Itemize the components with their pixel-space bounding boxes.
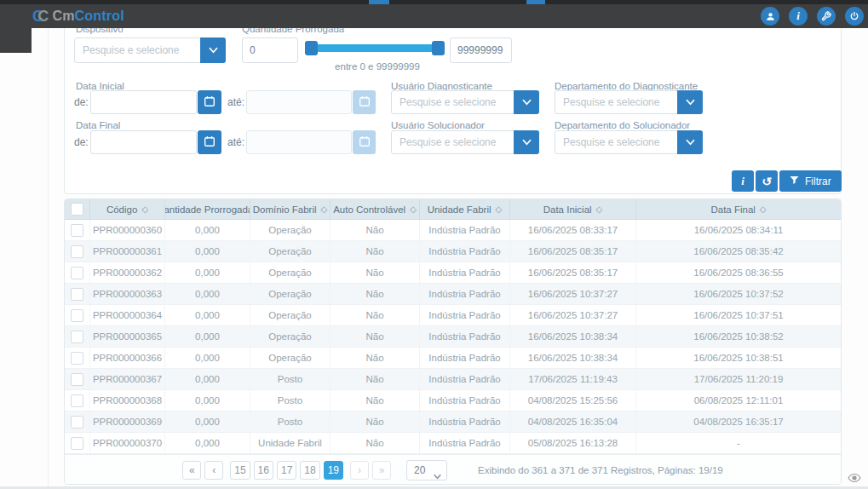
app-screen: CC CmControl i Dispositivo Pesquise e se… [0,0,868,489]
select-all-checkbox[interactable] [71,203,83,216]
table-cell: 16/06/2025 10:37:52 [636,284,841,304]
table-cell: Operação [250,241,331,262]
select-placeholder: Pesquise e selecione [563,96,659,108]
row-checkbox[interactable] [71,416,83,429]
page-buttons: 1516171819 [230,461,343,480]
table-row: PPR0000003650,000OperaçãoNãoIndústria Pa… [65,326,841,348]
column-header[interactable]: Código◇ [90,199,165,219]
clipped-content-strip [0,0,868,4]
row-checkbox-cell [65,220,90,240]
user-button[interactable] [761,7,779,26]
sort-icon: ◇ [321,204,328,214]
row-checkbox[interactable] [71,352,83,365]
row-checkbox[interactable] [71,288,83,301]
quantidade-min-input[interactable] [242,37,298,63]
row-checkbox[interactable] [71,267,83,279]
table-cell: Indústria Padrão [420,369,510,389]
row-checkbox-cell [65,262,90,283]
table-row: PPR0000003640,000OperaçãoNãoIndústria Pa… [65,305,841,326]
page-button-19[interactable]: 19 [324,461,343,480]
data-inicial-ate-calendar-button [353,90,376,114]
column-header[interactable]: Domínio Fabril◇ [250,199,331,219]
column-header[interactable]: Quantidade Prorrogada◇ [165,199,250,219]
prev-page-button[interactable]: ‹ [204,461,223,480]
page-button-15[interactable]: 15 [230,461,250,480]
slider-handle-min[interactable] [305,41,318,55]
table-cell: Indústria Padrão [420,262,510,283]
row-checkbox[interactable] [71,394,83,407]
column-header[interactable]: Unidade Fabril◇ [420,199,510,219]
filtrar-button[interactable]: Filtrar [779,170,842,192]
departamento-diagnosticante-select[interactable]: Pesquise e selecione [555,90,703,114]
clipped-fragment [526,0,545,4]
column-header-label: Unidade Fabril [428,204,491,215]
table-cell: Operação [250,348,331,368]
chevron-down-icon [514,130,539,154]
reset-button[interactable]: ↺ [756,170,778,192]
navbar: CC CmControl i [0,4,868,28]
page-button-16[interactable]: 16 [254,461,273,480]
departamento-solucionador-select[interactable]: Pesquise e selecione [555,130,703,154]
page-button-18[interactable]: 18 [300,461,319,480]
chevron-down-icon [514,90,539,114]
table-cell: Não [331,411,420,432]
first-page-button[interactable]: « [182,461,201,480]
table-cell: 0,000 [165,326,250,347]
usuario-solucionador-select[interactable]: Pesquise e selecione [391,130,539,154]
table-cell: 17/06/2025 11:19:43 [510,369,636,389]
table-cell: Operação [250,220,331,240]
settings-button[interactable] [817,7,836,26]
table-cell: Não [331,348,420,368]
page-button-17[interactable]: 17 [277,461,296,480]
table-row: PPR0000003670,000PostoNãoIndústria Padrã… [65,369,841,390]
navbar-actions: i [761,7,864,26]
usuario-diagnosticante-select[interactable]: Pesquise e selecione [391,90,539,114]
info-button[interactable]: i [789,7,808,26]
page-divider [48,28,49,489]
brand-logo[interactable]: CC CmControl [32,8,124,26]
row-checkbox[interactable] [71,331,83,343]
table-body: PPR0000003600,000OperaçãoNãoIndústria Pa… [65,220,841,454]
column-header[interactable]: Auto Controlável◇ [331,199,420,219]
table-cell: Não [331,390,420,411]
data-inicial-de-calendar-button[interactable] [198,90,221,114]
logout-button[interactable] [845,7,864,26]
table-row: PPR0000003630,000OperaçãoNãoIndústria Pa… [65,284,841,305]
logo-cc-icon: C [37,8,49,26]
table-cell: Unidade Fabril [250,433,331,453]
info-button[interactable]: i [732,170,754,192]
table-header-cells: Código◇Quantidade Prorrogada◇Domínio Fab… [65,199,841,220]
table-cell: 04/08/2025 16:35:04 [510,411,636,432]
data-inicial-de-input[interactable] [90,90,197,114]
data-final-ate-calendar-button [353,130,376,154]
column-header[interactable]: Data Final◇ [636,199,841,219]
dispositivo-select[interactable]: Pesquise e selecione [74,37,226,63]
quantidade-max-input[interactable] [450,37,512,63]
slider-handle-max[interactable] [432,41,445,55]
chevron-down-icon [677,90,703,114]
table-cell: PPR000000370 [90,433,165,453]
table-cell: 0,000 [165,390,250,411]
brand-suffix: Control [75,9,124,24]
row-checkbox[interactable] [71,437,83,450]
sort-icon: ◇ [496,204,503,214]
data-final-de-input[interactable] [90,130,197,154]
row-checkbox[interactable] [71,309,83,322]
table-row: PPR0000003610,000OperaçãoNãoIndústria Pa… [65,241,841,262]
table-cell: PPR000000366 [90,348,165,368]
page-size-select[interactable]: 20 [406,460,447,480]
table-cell: 16/06/2025 10:37:27 [510,305,636,325]
row-checkbox[interactable] [71,373,83,386]
table-cell: 04/08/2025 16:35:17 [636,411,841,432]
quantidade-slider-track[interactable] [305,44,445,52]
chevron-down-icon [200,37,226,63]
table-cell: Não [331,433,420,453]
row-checkbox[interactable] [71,224,83,237]
brand-prefix: Cm [52,9,74,24]
data-final-de-calendar-button[interactable] [198,130,221,154]
reset-icon: ↺ [762,175,772,187]
eye-icon[interactable] [848,471,861,486]
table-cell: 16/06/2025 10:38:52 [636,326,841,347]
row-checkbox[interactable] [71,245,83,258]
column-header[interactable]: Data Inicial◇ [510,199,636,219]
